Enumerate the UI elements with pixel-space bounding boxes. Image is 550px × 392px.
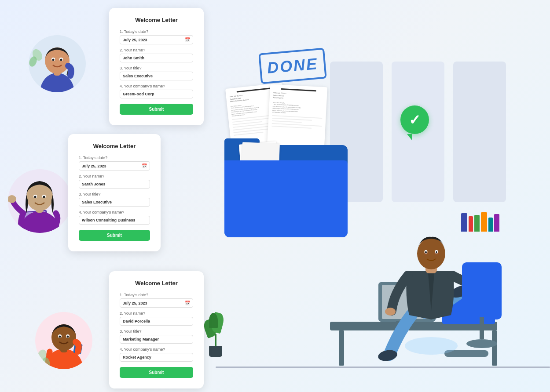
check-circle: ✓ (400, 105, 429, 134)
desk-leg-left (339, 330, 344, 366)
done-stamp: DONE (258, 48, 327, 84)
avatar-person-3 (35, 312, 92, 369)
person-1-svg (29, 35, 86, 92)
card3-date-input[interactable]: July 25, 2023 📅 (120, 298, 193, 308)
card1-field2-label: 2. Your name? (120, 48, 193, 52)
card2-submit-button[interactable]: Submit (79, 230, 150, 241)
card1-date-value: July 25, 2023 (123, 38, 147, 42)
doc-title-2 (281, 88, 316, 91)
svg-point-31 (34, 196, 37, 198)
doc2-body: Dear David Porcella,Thank you for choosi… (272, 102, 323, 116)
form-card-2: Welcome Letter 1. Today's date? July 25,… (68, 134, 161, 251)
card2-field1-label: 1. Today's date? (79, 156, 150, 160)
plant-leaf-top (209, 313, 218, 328)
card1-name-input[interactable]: John Smith (120, 54, 193, 62)
svg-point-20 (52, 59, 55, 61)
card1-submit-button[interactable]: Submit (120, 104, 193, 115)
card3-name-value: David Porcella (123, 319, 150, 323)
svg-point-0 (405, 337, 458, 355)
card2-field4-label: 4. Your company's name? (79, 210, 150, 214)
svg-point-6 (417, 238, 445, 269)
svg-point-12 (436, 251, 437, 254)
doc2-line-a (272, 118, 312, 121)
form-card-1: Welcome Letter 1. Today's date? July 25,… (109, 8, 204, 125)
card2-title: Welcome Letter (79, 143, 150, 149)
checkmark-icon: ✓ (409, 112, 421, 128)
card2-name-value: Sarah Jones (82, 182, 106, 186)
svg-point-4 (385, 308, 396, 316)
card2-company-value: Wilson Consulting Business (82, 218, 135, 222)
card1-company-value: GreenFood Corp (123, 92, 154, 96)
avatar-person-1 (29, 35, 86, 92)
avatar-person-2 (8, 169, 72, 233)
plant (202, 313, 229, 357)
svg-rect-14 (480, 317, 484, 339)
card3-name-input[interactable]: David Porcella (120, 317, 193, 326)
card2-field3-label: 3. Your title? (79, 192, 150, 196)
card2-title-value: Sales Executive (82, 200, 112, 204)
card2-field2-label: 2. Your name? (79, 174, 150, 178)
card2-name-input[interactable]: Sarah Jones (79, 180, 150, 189)
card3-company-value: Rocket Agency (123, 355, 151, 359)
card3-title: Welcome Letter (120, 280, 193, 287)
svg-point-39 (67, 336, 69, 338)
card3-date-value: July 25, 2023 (123, 301, 147, 305)
card2-date-input[interactable]: July 25, 2023 📅 (79, 161, 150, 171)
card1-field3-label: 3. Your title? (120, 66, 193, 70)
plant-stem (215, 334, 216, 347)
card3-field1-label: 1. Today's date? (120, 293, 193, 297)
card2-calendar-icon: 📅 (142, 163, 147, 168)
form-card-3: Welcome Letter 1. Today's date? July 25,… (109, 271, 204, 388)
card3-field4-label: 4. Your company's name? (120, 347, 193, 352)
person-3-svg (35, 312, 92, 369)
card1-company-input[interactable]: GreenFood Corp (120, 90, 193, 98)
card3-field3-label: 3. Your title? (120, 329, 193, 334)
svg-point-15 (466, 339, 497, 348)
person-2-svg (8, 169, 72, 233)
card2-company-input[interactable]: Wilson Consulting Business (79, 216, 150, 225)
card1-field1-label: 1. Today's date? (120, 29, 193, 34)
svg-point-11 (425, 251, 427, 254)
doc2-line-b (272, 120, 302, 123)
svg-point-32 (43, 196, 45, 198)
desk-person-svg (354, 192, 508, 368)
svg-rect-13 (462, 262, 502, 319)
card1-calendar-icon: 📅 (185, 37, 190, 42)
plant-pot (209, 346, 222, 357)
card1-field4-label: 4. Your company's name? (120, 84, 193, 88)
svg-point-21 (60, 59, 62, 61)
card2-date-value: July 25, 2023 (82, 164, 106, 168)
card1-date-input[interactable]: July 25, 2023 📅 (120, 35, 193, 44)
card3-title-value: Marketing Manager (123, 337, 159, 341)
card1-name-value: John Smith (123, 56, 144, 60)
card3-title-input[interactable]: Marketing Manager (120, 335, 193, 344)
card3-field2-label: 2. Your name? (120, 311, 193, 316)
svg-point-38 (59, 336, 61, 338)
card3-submit-button[interactable]: Submit (120, 367, 193, 378)
card3-company-input[interactable]: Rocket Agency (120, 353, 193, 362)
card3-calendar-icon: 📅 (185, 301, 190, 305)
card1-title-value: Sales Executive (123, 74, 153, 78)
card2-title-input[interactable]: Sales Executive (79, 198, 150, 207)
card1-title: Welcome Letter (120, 17, 193, 23)
done-text: DONE (266, 54, 319, 77)
card1-title-input[interactable]: Sales Executive (120, 72, 193, 80)
